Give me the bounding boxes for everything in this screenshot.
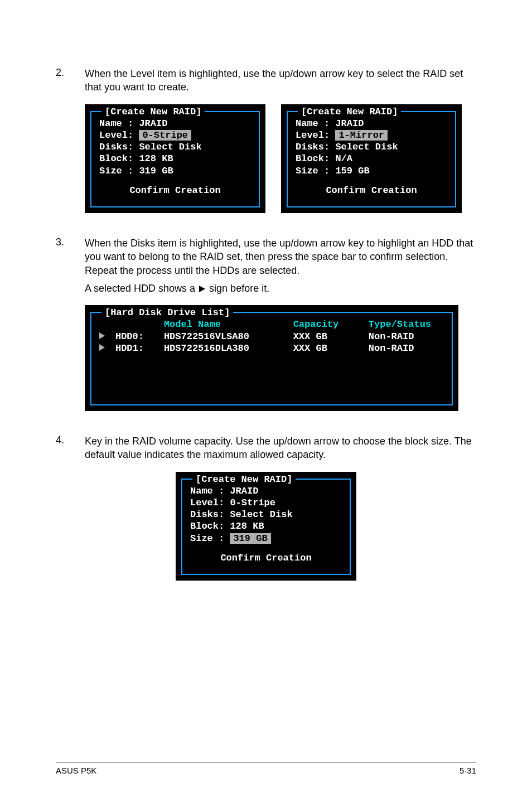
step-text: Key in the RAID volume capacity. Use the… (85, 434, 476, 462)
col-capacity-header: Capacity (293, 318, 369, 330)
footer-right: 5-31 (460, 766, 476, 775)
panel-title: [Hard Disk Drive List] (101, 307, 233, 318)
level-label: Level: (99, 130, 133, 141)
hdd-capacity: XXX GB (293, 331, 369, 342)
hdd-type: Non-RAID (369, 331, 444, 342)
page-footer: ASUS P5K 5-31 (56, 762, 476, 775)
confirm-creation: Confirm Creation (296, 185, 447, 196)
hdd-header-row: Model Name Capacity Type/Status (99, 318, 444, 330)
raid-disks-line: Disks: Select Disk (296, 141, 447, 153)
raid-block-line: Block: 128 KB (190, 520, 342, 532)
level-value: 0-Stripe (139, 130, 191, 141)
hdd-model: HDS722516DLA380 (164, 342, 293, 354)
hdd-id-header (115, 318, 164, 330)
size-value: 319 GB (230, 533, 270, 544)
selected-indicator-icon (99, 342, 115, 354)
step-2: 2. When the Level item is highlighted, u… (56, 67, 476, 94)
raid-disks-line: Disks: Select Disk (190, 509, 342, 520)
fieldset: [Create New RAID] Name : JRAID Level: 0-… (181, 479, 351, 576)
col-type-header: Type/Status (369, 318, 444, 330)
raid-size-line: Size : 319 GB (190, 533, 342, 544)
hdd-id: HDD1: (115, 342, 164, 354)
hdd-type: Non-RAID (369, 342, 444, 354)
fieldset: [Hard Disk Drive List] Model Name Capaci… (90, 312, 453, 405)
raid-level-line: Level: 0-Stripe (99, 129, 251, 141)
sub-after: sign before it. (206, 283, 269, 294)
create-raid-panel-b: [Create New RAID] Name : JRAID Level: 1-… (281, 104, 462, 214)
size-label: Size : (190, 533, 224, 544)
confirm-creation: Confirm Creation (190, 552, 342, 564)
raid-name-line: Name : JRAID (296, 118, 447, 129)
col-model-header: Model Name (164, 318, 293, 330)
hdd-capacity: XXX GB (293, 342, 369, 354)
create-raid-panel-c: [Create New RAID] Name : JRAID Level: 0-… (176, 472, 356, 581)
step-3-main: When the Disks item is highlighted, use … (85, 238, 473, 276)
raid-block-line: Block: N/A (296, 153, 447, 165)
hdd-list-panel: [Hard Disk Drive List] Model Name Capaci… (85, 305, 476, 411)
level-value: 1-Mirror (335, 130, 388, 141)
raid-disks-line: Disks: Select Disk (99, 141, 251, 153)
document-page: 2. When the Level item is highlighted, u… (0, 0, 532, 802)
step-number: 4. (56, 434, 85, 446)
sub-before: A selected HDD shows a (85, 283, 198, 294)
hdd-model: HDS722516VLSA80 (164, 331, 293, 342)
selected-indicator-icon (99, 331, 115, 342)
create-raid-panel-c-wrapper: [Create New RAID] Name : JRAID Level: 0-… (56, 472, 476, 581)
panel-title: [Create New RAID] (101, 106, 205, 118)
raid-size-line: Size : 319 GB (99, 165, 251, 177)
fieldset: [Create New RAID] Name : JRAID Level: 1-… (287, 111, 456, 208)
hdd-row: HDD1: HDS722516DLA380 XXX GB Non-RAID (99, 342, 444, 354)
create-raid-panel-a: [Create New RAID] Name : JRAID Level: 0-… (85, 104, 265, 214)
hdd-arrow-header (99, 318, 115, 330)
step-3-sub: A selected HDD shows a sign before it. (85, 282, 476, 295)
panel-title: [Create New RAID] (192, 474, 296, 485)
play-icon (199, 286, 205, 292)
step-number: 2. (56, 67, 85, 79)
step-4: 4. Key in the RAID volume capacity. Use … (56, 434, 476, 462)
raid-name-line: Name : JRAID (190, 485, 342, 497)
step-number: 3. (56, 236, 85, 248)
step-text: When the Level item is highlighted, use … (85, 67, 476, 94)
raid-level-line: Level: 0-Stripe (190, 497, 342, 509)
footer-left: ASUS P5K (56, 766, 96, 775)
raid-name-line: Name : JRAID (99, 118, 251, 129)
raid-level-line: Level: 1-Mirror (296, 129, 447, 141)
confirm-creation: Confirm Creation (99, 185, 251, 196)
raid-block-line: Block: 128 KB (99, 153, 251, 165)
terminal-pair: [Create New RAID] Name : JRAID Level: 0-… (85, 104, 476, 214)
level-label: Level: (296, 130, 330, 141)
step-3: 3. When the Disks item is highlighted, u… (56, 236, 476, 295)
raid-size-line: Size : 159 GB (296, 165, 447, 177)
step-text: When the Disks item is highlighted, use … (85, 236, 476, 295)
fieldset: [Create New RAID] Name : JRAID Level: 0-… (90, 111, 260, 208)
hdd-row: HDD0: HDS722516VLSA80 XXX GB Non-RAID (99, 331, 444, 342)
hdd-id: HDD0: (115, 331, 164, 342)
panel-title: [Create New RAID] (298, 106, 401, 118)
